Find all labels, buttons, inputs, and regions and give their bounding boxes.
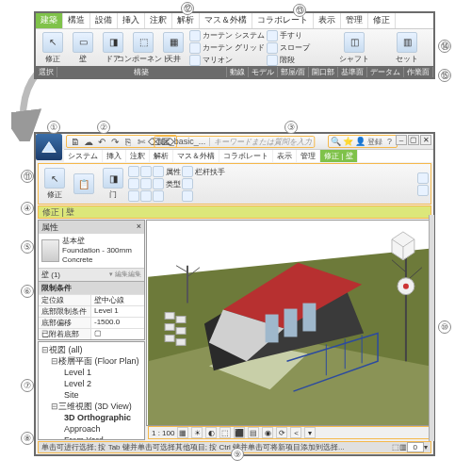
tab-collaborate[interactable]: コラボレート — [252, 13, 314, 28]
rtool-e2[interactable] — [417, 185, 429, 196]
qat-undo[interactable]: ↶ — [96, 136, 107, 147]
tool-ramp[interactable]: スロープ — [267, 42, 310, 54]
prop-base-constraint[interactable]: Level 1 — [91, 306, 144, 317]
prop-location-line[interactable]: 壁中心線 — [91, 295, 144, 305]
vc-more[interactable]: ▾ — [304, 427, 316, 438]
wall-icon: ▭ — [79, 37, 88, 47]
tree-site[interactable]: Site — [41, 389, 141, 401]
mtab-2[interactable]: 注釈 — [126, 150, 150, 162]
rtool-r1[interactable]: 栏杆扶手 — [182, 166, 225, 177]
tree-approach[interactable]: Approach — [41, 423, 141, 435]
tab-massing[interactable]: マス＆外構 — [200, 13, 252, 28]
scale-control[interactable]: 1 : 100 — [152, 429, 174, 437]
tool-modify[interactable]: ↖修正 — [39, 32, 67, 64]
rtool-paste[interactable]: 📋 — [70, 173, 98, 194]
tab-structure[interactable]: 構造 — [63, 13, 90, 28]
vc-detail[interactable]: ▦ — [177, 427, 188, 438]
qat-redo[interactable]: ↷ — [109, 136, 121, 147]
rtool-modify[interactable]: ↖修正 — [41, 168, 69, 200]
vc-crop2[interactable]: ⬛ — [234, 427, 245, 438]
tree-3dviews[interactable]: ⊟三维視图 (3D View) — [41, 401, 141, 412]
mtab-5[interactable]: コラボレート — [219, 150, 273, 162]
mtab-3[interactable]: 解析 — [150, 150, 173, 162]
application-menu-button[interactable] — [36, 134, 62, 160]
drawing-area[interactable] — [146, 220, 431, 426]
tree-from-yard[interactable]: From Yard — [41, 435, 141, 440]
mtab-0[interactable]: システム — [64, 150, 103, 162]
tab-annotate[interactable]: 注釈 — [145, 13, 172, 28]
tab-view[interactable]: 表示 — [314, 13, 341, 28]
prop-base-attached[interactable]: ▢ — [91, 329, 144, 339]
tool-component[interactable]: ⬚コンポーネント — [129, 32, 157, 64]
mtab-6[interactable]: 表示 — [273, 150, 297, 162]
rtool-s4[interactable] — [140, 166, 152, 177]
edit-type-button[interactable]: 編集編集 — [115, 271, 141, 277]
tree-floorplans[interactable]: ⊟楼層平面 (Floor Plan) — [41, 355, 141, 367]
search-icon[interactable]: 🔍 — [331, 137, 341, 147]
tree-3d-orthographic[interactable]: 3D Orthographic — [41, 412, 141, 423]
tool-shaft[interactable]: ◫シャフト — [340, 32, 368, 64]
rtool-s2[interactable] — [128, 178, 139, 189]
prop-base-offset[interactable]: -1500.0 — [91, 318, 144, 328]
tool-curtain-grid[interactable]: カーテン グリッド — [189, 42, 265, 54]
mtab-modify-wall[interactable]: 修正 | 壁 — [320, 150, 358, 162]
rtool-r3[interactable] — [182, 190, 225, 202]
rtool-s3[interactable] — [128, 190, 139, 202]
qat-open[interactable]: ☁ — [83, 136, 94, 147]
tool-wall[interactable]: ▭壁 — [69, 32, 97, 64]
tab-architecture[interactable]: 建築 — [36, 13, 63, 28]
rtool-s7[interactable]: 属性 — [153, 166, 181, 177]
status-icon-2[interactable]: ▥ — [399, 443, 407, 451]
rtool-s1[interactable] — [128, 166, 139, 177]
tool-mullion[interactable]: マリオン — [189, 55, 265, 66]
status-filter-count[interactable]: 0 — [407, 442, 424, 452]
close-button[interactable]: ✕ — [420, 135, 431, 145]
minimize-button[interactable]: – — [396, 135, 407, 145]
status-icon-1[interactable]: ⬚ — [392, 443, 399, 451]
favorites-icon[interactable]: ⭐ — [343, 137, 353, 147]
help-icon[interactable]: ? — [384, 137, 395, 147]
app-window: 🗎 ☁ ↶ ↷ ⎘ ✄ ⌫ ⌦ rac_basic_... | キーワードまたは… — [34, 132, 435, 456]
qat-cut[interactable]: ✄ — [136, 136, 147, 147]
rtool-s9[interactable] — [153, 190, 181, 202]
tool-curtain-system[interactable]: カーテン システム — [189, 30, 265, 41]
vc-reveal[interactable]: ⟳ — [276, 427, 287, 438]
tab-manage[interactable]: 管理 — [341, 13, 368, 28]
maximize-button[interactable]: ▢ — [408, 135, 419, 145]
tool-stair[interactable]: 階段 — [267, 55, 310, 66]
vc-render[interactable]: ▤ — [248, 427, 259, 438]
tree-root[interactable]: ⊟視図 (all) — [41, 344, 141, 355]
qat-new[interactable]: 🗎 — [70, 136, 81, 147]
rtool-e1[interactable] — [417, 172, 429, 184]
rtool-s6[interactable] — [140, 190, 152, 202]
signin-icon[interactable]: 👤 — [355, 137, 365, 147]
mtab-1[interactable]: 挿入 — [103, 150, 126, 162]
tree-level1[interactable]: Level 1 — [41, 367, 141, 378]
tool-set[interactable]: ▥セット — [393, 32, 421, 64]
mtab-7[interactable]: 管理 — [297, 150, 320, 162]
type-selector[interactable]: 基本壁 Foundation - 300mm Concrete — [39, 234, 144, 268]
qat-copy[interactable]: ⎘ — [122, 136, 134, 147]
tool-ceiling[interactable]: ▦天井 — [159, 32, 187, 64]
vertical-scrollbar[interactable] — [429, 215, 434, 441]
vc-prev[interactable]: < — [290, 427, 301, 438]
tab-modify[interactable]: 修正 — [368, 13, 396, 28]
callout-6: ⑥ — [21, 285, 34, 298]
tool-railing[interactable]: 手すり — [267, 30, 310, 41]
close-icon[interactable]: × — [137, 222, 141, 233]
rtool-s8[interactable]: 类型 — [153, 178, 181, 189]
vc-lock[interactable]: ◉ — [262, 427, 273, 438]
status-icon-4[interactable]: ▾ — [424, 443, 428, 451]
signin-label[interactable]: 登録 — [367, 137, 382, 147]
vc-crop[interactable]: ⬚ — [219, 427, 231, 438]
tab-analyze[interactable]: 解析 — [172, 13, 200, 28]
tab-insert[interactable]: 挿入 — [118, 13, 145, 28]
tree-level2[interactable]: Level 2 — [41, 378, 141, 389]
rtool-door[interactable]: ◨门 — [99, 168, 127, 200]
rtool-s5[interactable] — [140, 178, 152, 189]
mtab-4[interactable]: マス＆外構 — [173, 150, 219, 162]
vc-shadow[interactable]: ◐ — [205, 427, 217, 438]
vc-sun[interactable]: ☀ — [191, 427, 203, 438]
rtool-r2[interactable] — [182, 178, 225, 189]
tab-systems[interactable]: 設備 — [90, 13, 118, 28]
